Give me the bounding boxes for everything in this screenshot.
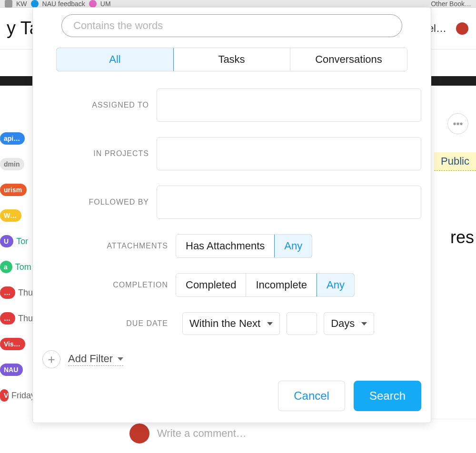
advanced-search-panel: All Tasks Conversations ASSIGNED TO IN P…: [32, 7, 431, 423]
assigned-to-input[interactable]: [157, 89, 421, 122]
project-tag: …: [0, 312, 15, 325]
option-incomplete[interactable]: Incomplete: [246, 274, 317, 296]
attachments-options: Has Attachments Any: [176, 234, 312, 258]
task-meta: Tom: [15, 262, 31, 272]
task-row[interactable]: urism: [0, 184, 33, 196]
filter-label: FOLLOWED BY: [42, 198, 157, 207]
project-tag: NAU: [0, 364, 23, 376]
completion-options: Completed Incomplete Any: [176, 273, 355, 297]
due-date-range-select[interactable]: Within the Next: [182, 312, 280, 335]
avatar: [129, 423, 150, 444]
chevron-down-icon: [361, 322, 367, 325]
select-value: Days: [331, 317, 355, 330]
task-tag-list: api…dminurismW…UToraTom…Thu…ThuVis…NAUVi…: [0, 132, 33, 402]
tab-tasks[interactable]: Tasks: [173, 48, 290, 71]
add-filter-row: + Add Filter: [42, 350, 421, 368]
bookmark-item: UM: [100, 0, 111, 8]
tab-all[interactable]: All: [56, 48, 174, 71]
task-row[interactable]: Vis…Friday: [0, 389, 33, 402]
due-date-unit-select[interactable]: Days: [324, 312, 374, 335]
scope-tabs: All Tasks Conversations: [56, 48, 407, 71]
filter-completion: COMPLETION Completed Incomplete Any: [42, 273, 421, 297]
content-heading-fragment: res: [450, 227, 476, 247]
task-row[interactable]: NAU: [0, 364, 33, 376]
filter-label: DUE DATE: [42, 319, 176, 328]
task-meta: Thu: [18, 314, 33, 324]
filter-in-projects: IN PROJECTS: [42, 137, 421, 170]
due-date-number-input[interactable]: [287, 312, 317, 335]
cancel-button[interactable]: Cancel: [278, 381, 345, 411]
bookmark-icon: [31, 0, 39, 8]
project-tag: a: [0, 261, 12, 273]
more-actions-button[interactable]: •••: [447, 113, 468, 134]
comment-composer[interactable]: Write a comment…: [95, 419, 476, 447]
filter-label: ASSIGNED TO: [42, 101, 157, 109]
project-tag: W…: [0, 209, 21, 222]
project-tag: urism: [0, 184, 27, 196]
in-projects-input[interactable]: [157, 137, 421, 170]
task-meta: Friday: [11, 391, 35, 401]
task-row[interactable]: dmin: [0, 158, 33, 170]
option-any[interactable]: Any: [317, 273, 355, 297]
task-row[interactable]: api…: [0, 132, 33, 145]
avatar[interactable]: [455, 21, 469, 36]
task-row[interactable]: Vis…: [0, 338, 33, 350]
comment-placeholder: Write a comment…: [157, 427, 247, 440]
add-filter-label-text: Add Filter: [68, 353, 113, 365]
project-tag: Vis…: [0, 338, 25, 350]
search-input[interactable]: [61, 14, 402, 37]
add-filter-button[interactable]: +: [42, 350, 60, 368]
task-meta: Tor: [16, 236, 28, 246]
search-button[interactable]: Search: [354, 381, 421, 411]
bookmark-icon: [89, 0, 97, 8]
bookmark-icon: [5, 0, 12, 8]
filter-label: ATTACHMENTS: [42, 242, 176, 250]
more-icon: •••: [453, 118, 463, 129]
panel-footer: Cancel Search: [42, 381, 421, 411]
tab-conversations[interactable]: Conversations: [290, 48, 407, 71]
followed-by-input[interactable]: [157, 186, 421, 219]
task-row[interactable]: UTor: [0, 235, 33, 247]
chevron-down-icon: [267, 322, 273, 325]
filter-followed-by: FOLLOWED BY: [42, 186, 421, 219]
project-tag: U: [0, 235, 13, 247]
task-row[interactable]: …Thu: [0, 312, 33, 325]
option-any[interactable]: Any: [274, 234, 312, 258]
add-filter-dropdown[interactable]: Add Filter: [68, 353, 123, 366]
project-tag: dmin: [0, 158, 24, 170]
select-value: Within the Next: [189, 317, 260, 330]
bookmark-folder: Other Book…: [431, 0, 471, 8]
filter-due-date: DUE DATE Within the Next Days: [42, 312, 421, 335]
public-badge[interactable]: Public: [434, 152, 476, 171]
task-row[interactable]: …Thu: [0, 286, 33, 299]
chevron-down-icon: [118, 357, 123, 361]
browser-bookmark-bar: KW NAU feedback UM Other Book…: [0, 0, 476, 8]
filter-label: COMPLETION: [42, 281, 176, 289]
plus-icon: +: [48, 352, 55, 367]
filter-label: IN PROJECTS: [42, 149, 157, 158]
option-has-attachments[interactable]: Has Attachments: [176, 235, 275, 257]
filter-assigned-to: ASSIGNED TO: [42, 89, 421, 122]
bookmark-item: KW: [16, 0, 27, 8]
project-tag: Vis…: [0, 389, 9, 402]
project-tag: api…: [0, 132, 25, 145]
task-row[interactable]: aTom: [0, 261, 33, 273]
filter-attachments: ATTACHMENTS Has Attachments Any: [42, 234, 421, 258]
bookmark-item: NAU feedback: [42, 0, 85, 8]
task-row[interactable]: W…: [0, 209, 33, 222]
option-completed[interactable]: Completed: [176, 274, 246, 296]
task-meta: Thu: [18, 288, 33, 298]
project-tag: …: [0, 286, 15, 299]
